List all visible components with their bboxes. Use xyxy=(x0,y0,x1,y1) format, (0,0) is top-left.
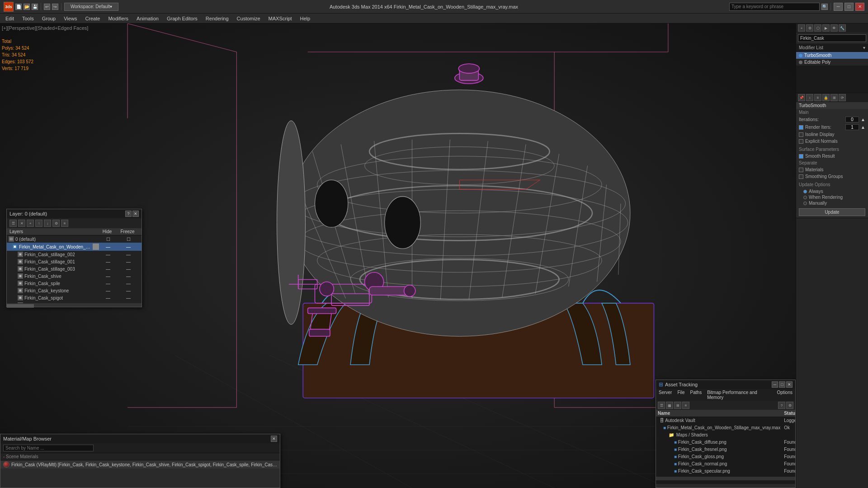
workspace-dropdown[interactable]: Workspace: Default▾ xyxy=(64,3,118,11)
layer-freeze-0[interactable]: ☐ xyxy=(117,237,140,242)
layer-freeze-shive[interactable]: — xyxy=(117,274,140,279)
when-rendering-radio[interactable]: When Rendering xyxy=(803,195,865,200)
asset-min-btn[interactable]: ─ xyxy=(772,381,778,388)
layer-hide-shive[interactable]: — xyxy=(99,274,117,279)
layer-hide-keystone[interactable]: — xyxy=(99,288,117,293)
layer-hide-s002[interactable]: — xyxy=(99,252,117,257)
render-iters-up-btn[interactable]: ▲ xyxy=(861,125,865,130)
asset-btn-4[interactable]: ≡ xyxy=(682,402,689,409)
search-input[interactable] xyxy=(729,3,820,11)
minimize-btn[interactable]: ─ xyxy=(834,3,843,11)
panel-config-btn[interactable]: ≡ xyxy=(814,94,821,101)
layer-help-btn[interactable]: ? xyxy=(125,211,132,217)
asset-row-fresnel[interactable]: ■ Firkin_Cask_fresnel.png Found xyxy=(656,446,795,453)
smooth-result-checkbox[interactable] xyxy=(799,154,803,159)
new-btn[interactable]: 📄 xyxy=(15,4,22,10)
layer-delete-btn[interactable]: ✕ xyxy=(18,220,25,227)
object-name-input[interactable] xyxy=(798,34,866,42)
asset-bottom-scrollbar[interactable] xyxy=(656,477,795,480)
modifier-turbosmooth[interactable]: TurboSmooth xyxy=(796,52,868,59)
open-btn[interactable]: 📂 xyxy=(24,4,30,10)
menu-animation[interactable]: Animation xyxy=(133,15,162,22)
asset-btn-3[interactable]: ⊞ xyxy=(674,402,681,409)
layer-row-shive[interactable]: ▣ Firkin_Cask_shive — — xyxy=(7,272,142,280)
isoline-checkbox[interactable] xyxy=(799,132,803,137)
smoothing-groups-checkbox[interactable] xyxy=(799,174,803,179)
layer-close-btn[interactable]: ✕ xyxy=(132,211,139,217)
update-button[interactable]: Update xyxy=(799,208,865,216)
layer-scroll-area[interactable]: ▤ 0 (default) ☐ ☐ ▣ Firkin_Metal_Cask_on… xyxy=(7,235,142,303)
save-btn[interactable]: 💾 xyxy=(32,4,38,10)
menu-modifiers[interactable]: Modifiers xyxy=(104,15,132,22)
layer-row-stillage002[interactable]: ▣ Firkin_Cask_stillage_002 — — xyxy=(7,251,142,258)
panel-lock-btn[interactable]: 🔒 xyxy=(822,94,830,101)
layer-new-btn[interactable]: ☰ xyxy=(9,220,17,227)
asset-help-btn[interactable]: ? xyxy=(778,402,785,409)
layer-hide-spigot[interactable]: — xyxy=(99,296,117,300)
turbosmooth-title[interactable]: TurboSmooth xyxy=(796,102,868,109)
asset-menu-server[interactable]: Server xyxy=(656,389,675,401)
asset-row-maxfile[interactable]: ■ Firkin_Metal_Cask_on_Wooden_Stillage_m… xyxy=(656,424,795,432)
scene-material-item[interactable]: Firkin_Cask (VRayMtl) [Firkin_Cask, Firk… xyxy=(0,460,280,469)
layer-freeze-spile[interactable]: — xyxy=(117,281,140,286)
iterations-input[interactable] xyxy=(845,117,859,122)
asset-row-specular[interactable]: ■ Firkin_Cask_specular.png Found xyxy=(656,468,795,475)
layer-freeze-s002[interactable]: — xyxy=(117,252,140,257)
layer-freeze-keystone[interactable]: — xyxy=(117,288,140,293)
menu-create[interactable]: Create xyxy=(81,15,104,22)
menu-edit[interactable]: Edit xyxy=(2,15,18,22)
layer-down-btn[interactable]: ↓ xyxy=(44,220,51,227)
panel-icon-display[interactable]: 👁 xyxy=(830,24,838,32)
panel-icon-modify[interactable]: ⚙ xyxy=(806,24,813,32)
menu-graph-editors[interactable]: Graph Editors xyxy=(163,15,201,22)
matmap-title-bar[interactable]: Material/Map Browser ✕ xyxy=(0,434,280,443)
layer-hide-cask[interactable]: — xyxy=(99,303,117,304)
materials-checkbox[interactable] xyxy=(799,168,803,172)
layer-hide-firkin[interactable]: — xyxy=(99,244,117,249)
layer-hide-spile[interactable]: — xyxy=(99,281,117,286)
undo-btn[interactable]: ↩ xyxy=(44,4,50,10)
viewport[interactable]: [+][Perspective][Shaded+Edged Faces] Tot… xyxy=(0,23,796,488)
maximize-btn[interactable]: □ xyxy=(844,3,854,11)
layer-freeze-spigot[interactable]: — xyxy=(117,296,140,300)
asset-max-btn[interactable]: □ xyxy=(779,381,785,388)
menu-help[interactable]: Help xyxy=(297,15,314,22)
modifier-editable-poly[interactable]: Editable Poly xyxy=(796,59,868,66)
layer-settings-btn[interactable]: ⚙ xyxy=(52,220,60,227)
layer-window-title[interactable]: Layer: 0 (default) ? ✕ xyxy=(7,209,142,218)
panel-icon-hierarchy[interactable]: ⬡ xyxy=(814,24,821,32)
panel-select-btn[interactable]: ↕ xyxy=(806,94,813,101)
matmap-close-btn[interactable]: ✕ xyxy=(271,436,277,442)
asset-btn-2[interactable]: ▦ xyxy=(666,402,673,409)
panel-icon-utilities[interactable]: 🔧 xyxy=(839,24,846,32)
layer-hide-s001[interactable]: — xyxy=(99,259,117,264)
matmap-search-input[interactable] xyxy=(3,445,94,451)
panel-more-btn[interactable]: ⊞ xyxy=(830,94,838,101)
layer-row-spile[interactable]: ▣ Firkin_Cask_spile — — xyxy=(7,280,142,287)
layer-hide-0[interactable]: ☐ xyxy=(99,237,117,242)
asset-row-gloss[interactable]: ■ Firkin_Cask_gloss.png Found xyxy=(656,453,795,460)
layer-add-btn[interactable]: + xyxy=(27,220,34,227)
explicit-normals-checkbox[interactable] xyxy=(799,139,803,144)
iterations-up-btn[interactable]: ▲ xyxy=(861,117,865,122)
asset-tracking-title[interactable]: ⊞ Asset Tracking ─ □ ✕ xyxy=(656,380,795,389)
menu-customize[interactable]: Customize xyxy=(233,15,264,22)
asset-menu-options[interactable]: Options xyxy=(774,389,795,401)
asset-settings-btn[interactable]: ⚙ xyxy=(786,402,793,409)
asset-row-diffuse[interactable]: ■ Firkin_Cask_diffuse.png Found xyxy=(656,439,795,446)
asset-menu-paths[interactable]: Paths xyxy=(688,389,705,401)
layer-freeze-s003[interactable]: — xyxy=(117,267,140,272)
menu-rendering[interactable]: Rendering xyxy=(202,15,232,22)
asset-close-btn[interactable]: ✕ xyxy=(786,381,793,388)
redo-btn[interactable]: ↪ xyxy=(52,4,58,10)
asset-row-vault[interactable]: 🗄 Autodesk Vault Logged Out xyxy=(656,417,795,424)
layer-row-default[interactable]: ▤ 0 (default) ☐ ☐ xyxy=(7,235,142,243)
layer-row-keystone[interactable]: ▣ Firkin_Cask_keystone — — xyxy=(7,287,142,294)
layer-freeze-cask[interactable]: — xyxy=(117,303,140,304)
manually-radio[interactable]: Manually xyxy=(803,201,865,206)
panel-last-btn[interactable]: ⟳ xyxy=(839,94,846,101)
layer-freeze-s001[interactable]: — xyxy=(117,259,140,264)
menu-views[interactable]: Views xyxy=(60,15,80,22)
layer-more-btn[interactable]: ≡ xyxy=(61,220,68,227)
panel-icon-create[interactable]: + xyxy=(798,24,805,32)
